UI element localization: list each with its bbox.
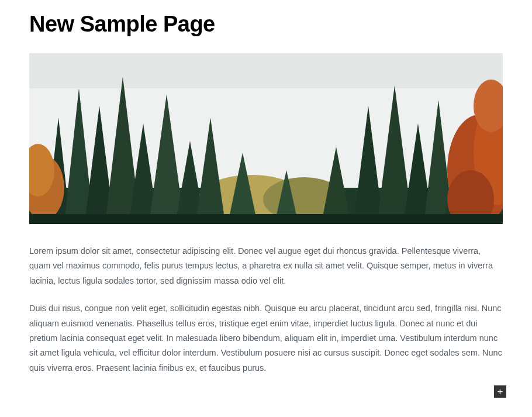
body-paragraph: Lorem ipsum dolor sit amet, consectetur … [29, 244, 503, 288]
svg-rect-1 [29, 53, 503, 88]
body-paragraph: Duis dui risus, congue non velit eget, s… [29, 301, 503, 375]
page-title: New Sample Page [29, 12, 503, 37]
svg-rect-27 [29, 214, 503, 224]
plus-icon: + [498, 387, 503, 397]
hero-image [29, 53, 503, 224]
add-button[interactable]: + [494, 385, 506, 398]
